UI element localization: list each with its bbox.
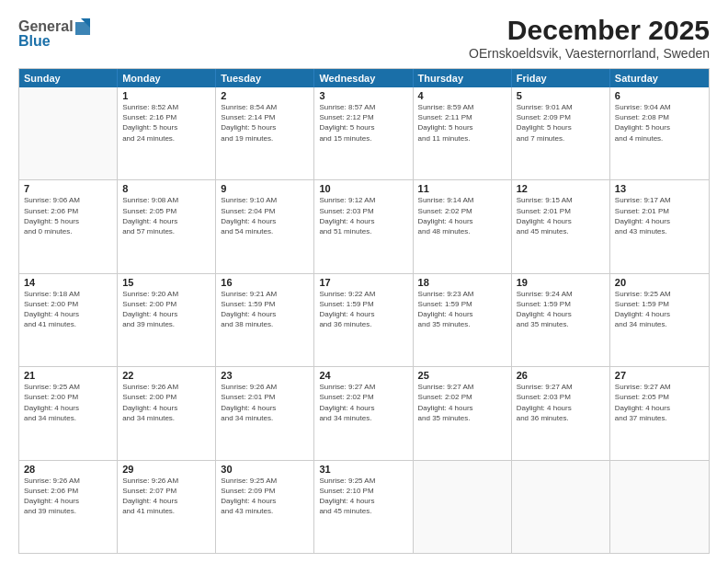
calendar-cell: 12Sunrise: 9:15 AM Sunset: 2:01 PM Dayli…	[512, 180, 610, 272]
cell-info: Sunrise: 9:26 AM Sunset: 2:01 PM Dayligh…	[221, 382, 309, 423]
cell-info: Sunrise: 9:27 AM Sunset: 2:05 PM Dayligh…	[615, 382, 704, 423]
calendar-cell: 6Sunrise: 9:04 AM Sunset: 2:08 PM Daylig…	[610, 87, 709, 179]
cell-info: Sunrise: 9:22 AM Sunset: 1:59 PM Dayligh…	[319, 289, 407, 330]
calendar-cell: 20Sunrise: 9:25 AM Sunset: 1:59 PM Dayli…	[610, 274, 709, 366]
calendar-header-cell: Tuesday	[216, 69, 314, 87]
calendar-body: 1Sunrise: 8:52 AM Sunset: 2:16 PM Daylig…	[19, 87, 709, 553]
calendar-cell: 30Sunrise: 9:25 AM Sunset: 2:09 PM Dayli…	[216, 461, 314, 553]
cell-info: Sunrise: 9:25 AM Sunset: 1:59 PM Dayligh…	[615, 289, 704, 330]
calendar-cell: 10Sunrise: 9:12 AM Sunset: 2:03 PM Dayli…	[314, 180, 413, 272]
day-number: 30	[221, 464, 309, 475]
calendar-cell: 26Sunrise: 9:27 AM Sunset: 2:03 PM Dayli…	[512, 367, 610, 459]
calendar-cell	[512, 461, 610, 553]
cell-info: Sunrise: 9:23 AM Sunset: 1:59 PM Dayligh…	[418, 289, 506, 330]
cell-info: Sunrise: 9:26 AM Sunset: 2:07 PM Dayligh…	[122, 476, 210, 517]
day-number: 6	[615, 90, 704, 101]
cell-info: Sunrise: 9:27 AM Sunset: 2:02 PM Dayligh…	[319, 382, 407, 423]
cell-info: Sunrise: 9:14 AM Sunset: 2:02 PM Dayligh…	[418, 195, 506, 236]
day-number: 12	[517, 183, 605, 194]
cell-info: Sunrise: 9:21 AM Sunset: 1:59 PM Dayligh…	[221, 289, 309, 330]
calendar-cell: 31Sunrise: 9:25 AM Sunset: 2:10 PM Dayli…	[314, 461, 413, 553]
day-number: 7	[24, 183, 112, 194]
calendar-cell: 17Sunrise: 9:22 AM Sunset: 1:59 PM Dayli…	[314, 274, 413, 366]
calendar-row: 14Sunrise: 9:18 AM Sunset: 2:00 PM Dayli…	[19, 273, 709, 366]
cell-info: Sunrise: 8:52 AM Sunset: 2:16 PM Dayligh…	[122, 102, 210, 144]
calendar-row: 7Sunrise: 9:06 AM Sunset: 2:06 PM Daylig…	[19, 179, 709, 272]
calendar-cell: 8Sunrise: 9:08 AM Sunset: 2:05 PM Daylig…	[118, 180, 216, 272]
cell-info: Sunrise: 9:01 AM Sunset: 2:09 PM Dayligh…	[517, 102, 605, 144]
calendar-cell: 7Sunrise: 9:06 AM Sunset: 2:06 PM Daylig…	[19, 180, 118, 272]
calendar-cell: 24Sunrise: 9:27 AM Sunset: 2:02 PM Dayli…	[314, 367, 413, 459]
cell-info: Sunrise: 9:04 AM Sunset: 2:08 PM Dayligh…	[615, 102, 704, 144]
day-number: 18	[418, 277, 506, 288]
cell-info: Sunrise: 9:26 AM Sunset: 2:00 PM Dayligh…	[122, 382, 210, 423]
calendar-cell	[414, 461, 512, 553]
day-number: 10	[319, 183, 407, 194]
cell-info: Sunrise: 9:24 AM Sunset: 1:59 PM Dayligh…	[517, 289, 605, 330]
calendar-cell: 9Sunrise: 9:10 AM Sunset: 2:04 PM Daylig…	[216, 180, 314, 272]
day-number: 20	[615, 277, 704, 288]
calendar-header-cell: Friday	[512, 69, 610, 87]
day-number: 15	[122, 277, 210, 288]
calendar-header-cell: Wednesday	[314, 69, 413, 87]
day-number: 16	[221, 277, 309, 288]
day-number: 28	[24, 464, 112, 475]
calendar-row: 28Sunrise: 9:26 AM Sunset: 2:06 PM Dayli…	[19, 460, 709, 553]
calendar-cell: 11Sunrise: 9:14 AM Sunset: 2:02 PM Dayli…	[414, 180, 512, 272]
calendar-cell: 29Sunrise: 9:26 AM Sunset: 2:07 PM Dayli…	[118, 461, 216, 553]
day-number: 1	[122, 90, 210, 101]
header: General Blue December 2025 OErnskoeldsvi…	[18, 15, 710, 61]
day-number: 17	[319, 277, 407, 288]
logo: General Blue	[18, 15, 92, 52]
subtitle: OErnskoeldsvik, Vaesternorrland, Sweden	[469, 46, 710, 61]
day-number: 11	[418, 183, 506, 194]
calendar-cell: 5Sunrise: 9:01 AM Sunset: 2:09 PM Daylig…	[512, 87, 610, 179]
day-number: 8	[122, 183, 210, 194]
day-number: 31	[319, 464, 407, 475]
calendar-cell: 19Sunrise: 9:24 AM Sunset: 1:59 PM Dayli…	[512, 274, 610, 366]
calendar-header-cell: Sunday	[19, 69, 118, 87]
calendar-cell: 18Sunrise: 9:23 AM Sunset: 1:59 PM Dayli…	[414, 274, 512, 366]
svg-text:General: General	[18, 18, 74, 34]
day-number: 19	[517, 277, 605, 288]
calendar-cell: 28Sunrise: 9:26 AM Sunset: 2:06 PM Dayli…	[19, 461, 118, 553]
calendar-cell: 4Sunrise: 8:59 AM Sunset: 2:11 PM Daylig…	[414, 87, 512, 179]
calendar-cell: 22Sunrise: 9:26 AM Sunset: 2:00 PM Dayli…	[118, 367, 216, 459]
cell-info: Sunrise: 9:12 AM Sunset: 2:03 PM Dayligh…	[319, 195, 407, 236]
cell-info: Sunrise: 9:06 AM Sunset: 2:06 PM Dayligh…	[24, 195, 112, 236]
calendar-cell: 16Sunrise: 9:21 AM Sunset: 1:59 PM Dayli…	[216, 274, 314, 366]
day-number: 29	[122, 464, 210, 475]
day-number: 9	[221, 183, 309, 194]
day-number: 25	[418, 370, 506, 381]
calendar-cell: 13Sunrise: 9:17 AM Sunset: 2:01 PM Dayli…	[610, 180, 709, 272]
calendar-cell: 14Sunrise: 9:18 AM Sunset: 2:00 PM Dayli…	[19, 274, 118, 366]
calendar-cell: 21Sunrise: 9:25 AM Sunset: 2:00 PM Dayli…	[19, 367, 118, 459]
calendar-header-cell: Thursday	[414, 69, 512, 87]
cell-info: Sunrise: 9:26 AM Sunset: 2:06 PM Dayligh…	[24, 476, 112, 517]
calendar-cell: 23Sunrise: 9:26 AM Sunset: 2:01 PM Dayli…	[216, 367, 314, 459]
title-block: December 2025 OErnskoeldsvik, Vaesternor…	[469, 15, 710, 61]
calendar-cell: 1Sunrise: 8:52 AM Sunset: 2:16 PM Daylig…	[118, 87, 216, 179]
calendar-row: 1Sunrise: 8:52 AM Sunset: 2:16 PM Daylig…	[19, 87, 709, 179]
calendar-cell: 27Sunrise: 9:27 AM Sunset: 2:05 PM Dayli…	[610, 367, 709, 459]
main-title: December 2025	[469, 15, 710, 46]
logo-icon: General Blue	[18, 15, 92, 52]
cell-info: Sunrise: 9:18 AM Sunset: 2:00 PM Dayligh…	[24, 289, 112, 330]
calendar-header-cell: Monday	[118, 69, 216, 87]
cell-info: Sunrise: 9:20 AM Sunset: 2:00 PM Dayligh…	[122, 289, 210, 330]
svg-text:Blue: Blue	[18, 33, 51, 49]
cell-info: Sunrise: 9:08 AM Sunset: 2:05 PM Dayligh…	[122, 195, 210, 236]
cell-info: Sunrise: 9:27 AM Sunset: 2:03 PM Dayligh…	[517, 382, 605, 423]
cell-info: Sunrise: 8:59 AM Sunset: 2:11 PM Dayligh…	[418, 102, 506, 144]
cell-info: Sunrise: 8:57 AM Sunset: 2:12 PM Dayligh…	[319, 102, 407, 144]
cell-info: Sunrise: 9:25 AM Sunset: 2:00 PM Dayligh…	[24, 382, 112, 423]
day-number: 4	[418, 90, 506, 101]
calendar-cell: 15Sunrise: 9:20 AM Sunset: 2:00 PM Dayli…	[118, 274, 216, 366]
calendar-cell: 25Sunrise: 9:27 AM Sunset: 2:02 PM Dayli…	[414, 367, 512, 459]
calendar-row: 21Sunrise: 9:25 AM Sunset: 2:00 PM Dayli…	[19, 366, 709, 459]
calendar-cell	[19, 87, 118, 179]
day-number: 5	[517, 90, 605, 101]
cell-info: Sunrise: 9:17 AM Sunset: 2:01 PM Dayligh…	[615, 195, 704, 236]
cell-info: Sunrise: 8:54 AM Sunset: 2:14 PM Dayligh…	[221, 102, 309, 144]
day-number: 14	[24, 277, 112, 288]
